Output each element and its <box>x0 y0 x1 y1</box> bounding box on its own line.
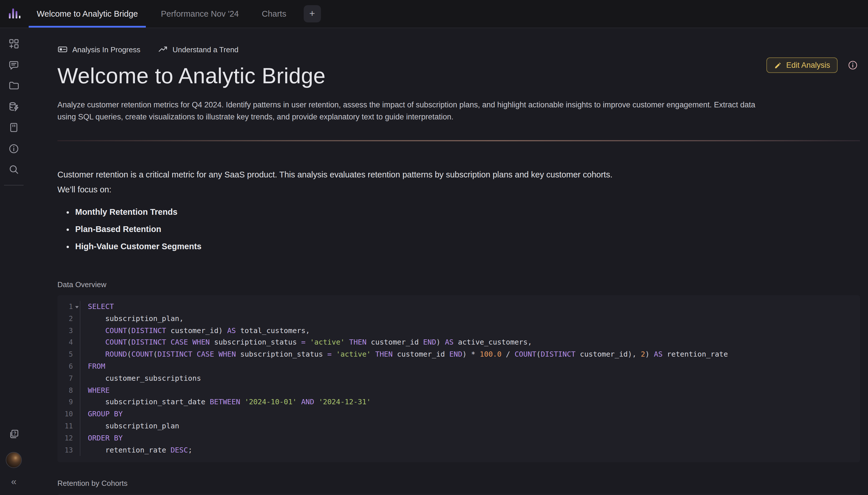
sidebar-item-folder-icon[interactable] <box>5 76 23 95</box>
code-text: WHERE <box>80 385 860 396</box>
edit-analysis-button[interactable]: Edit Analysis <box>767 57 837 73</box>
page-title: Welcome to Analytic Bridge <box>57 63 860 89</box>
intro-text: Customer retention is a critical metric … <box>57 169 860 181</box>
fold-spacer <box>73 385 80 396</box>
focus-lead: We’ll focus on: <box>57 184 860 196</box>
sidebar-divider <box>4 185 23 185</box>
fold-spacer <box>73 373 80 385</box>
fold-spacer <box>73 348 80 361</box>
sidebar-item-info-icon[interactable] <box>5 139 23 158</box>
code-line: 3 COUNT(DISTINCT customer_id) AS total_c… <box>57 325 860 337</box>
search-icon <box>8 164 19 175</box>
code-line: 8WHERE <box>57 385 860 396</box>
fold-spacer <box>73 444 80 456</box>
fold-spacer <box>73 325 80 337</box>
code-text: subscription_plan <box>80 420 860 432</box>
section-divider <box>57 140 860 141</box>
code-text: SELECT <box>80 301 860 313</box>
new-tab-button[interactable]: + <box>303 5 320 22</box>
folder-icon <box>8 80 19 91</box>
fold-spacer <box>73 408 80 420</box>
collapse-sidebar-button[interactable]: « <box>9 474 19 489</box>
tab-bar: Welcome to Analytic BridgePerformance No… <box>29 0 301 28</box>
main-content: Analysis In ProgressUnderstand a Trend E… <box>28 28 868 495</box>
fold-spacer <box>73 396 80 409</box>
fold-spacer <box>73 420 80 432</box>
topbar: Welcome to Analytic BridgePerformance No… <box>0 0 868 28</box>
code-line: 13 retention_rate DESC; <box>57 444 860 456</box>
code-line: 5 ROUND(COUNT(DISTINCT CASE WHEN subscri… <box>57 348 860 361</box>
code-text: FROM <box>80 361 860 373</box>
analysis-description: Analyze customer retention metrics for Q… <box>57 99 775 123</box>
header-actions: Edit Analysis <box>767 57 858 73</box>
tab-welcome-to-analytic-bridge[interactable]: Welcome to Analytic Bridge <box>29 0 146 28</box>
section-label: Retention by Cohorts <box>57 479 860 488</box>
line-number: 13 <box>57 444 73 456</box>
help-icon: ? <box>8 428 19 440</box>
line-number: 7 <box>57 373 73 385</box>
code-text: ROUND(COUNT(DISTINCT CASE WHEN subscript… <box>80 348 860 361</box>
sidebar-item-file-icon[interactable] <box>5 118 23 137</box>
line-number: 5 <box>57 348 73 361</box>
code-text: retention_rate DESC; <box>80 444 860 456</box>
focus-list-item: High-Value Customer Segments <box>75 242 860 251</box>
fold-chevron-icon[interactable] <box>73 301 80 313</box>
code-line: 11 subscription_plan <box>57 420 860 432</box>
code-line: 1SELECT <box>57 301 860 313</box>
line-number: 6 <box>57 361 73 373</box>
file-icon <box>8 122 19 133</box>
status-badge-icon <box>57 44 68 54</box>
sidebar-top-items <box>4 28 23 185</box>
code-line: 2 subscription_plan, <box>57 313 860 325</box>
fold-spacer <box>73 337 80 349</box>
info-icon[interactable] <box>847 60 858 71</box>
code-text: subscription_start_date BETWEEN '2024-10… <box>80 396 860 409</box>
code-line: 12ORDER BY <box>57 432 860 444</box>
sidebar-item-add-widget-icon[interactable] <box>5 34 23 53</box>
line-number: 10 <box>57 408 73 420</box>
add-widget-icon <box>8 38 19 49</box>
code-text: GROUP BY <box>80 408 860 420</box>
info-icon <box>8 143 19 154</box>
code-line: 7 customer_subscriptions <box>57 373 860 385</box>
section-label: Data Overview <box>57 280 860 289</box>
edit-analysis-label: Edit Analysis <box>786 61 830 69</box>
badge-understand-a-trend: Understand a Trend <box>158 44 239 54</box>
query-database-icon <box>8 101 19 112</box>
app-window: Welcome to Analytic BridgePerformance No… <box>0 0 868 495</box>
trend-up-icon <box>158 44 168 54</box>
sidebar-item-search-icon[interactable] <box>5 160 23 178</box>
status-badges: Analysis In ProgressUnderstand a Trend <box>57 44 860 54</box>
line-number: 4 <box>57 337 73 349</box>
tab-performance-nov-24[interactable]: Performance Nov '24 <box>153 0 247 28</box>
code-line: 9 subscription_start_date BETWEEN '2024-… <box>57 396 860 409</box>
focus-list-item: Plan-Based Retention <box>75 225 860 234</box>
line-number: 11 <box>57 420 73 432</box>
fold-spacer <box>73 432 80 444</box>
pencil-icon <box>774 61 782 69</box>
focus-list: Monthly Retention TrendsPlan-Based Reten… <box>57 208 860 251</box>
code-text: customer_subscriptions <box>80 373 860 385</box>
line-number: 8 <box>57 385 73 396</box>
tab-charts[interactable]: Charts <box>254 0 294 28</box>
sidebar-item-query-database-icon[interactable] <box>5 97 23 116</box>
focus-list-item: Monthly Retention Trends <box>75 208 860 217</box>
sidebar-item-help-icon[interactable]: ? <box>5 425 23 443</box>
line-number: 3 <box>57 325 73 337</box>
comment-icon <box>8 59 19 70</box>
avatar[interactable] <box>6 452 22 468</box>
sidebar-item-comment-icon[interactable] <box>5 55 23 74</box>
svg-text:?: ? <box>14 431 16 436</box>
sql-code-block[interactable]: 1SELECT2 subscription_plan,3 COUNT(DISTI… <box>57 295 860 463</box>
code-sections: Data Overview1SELECT2 subscription_plan,… <box>57 280 860 495</box>
sidebar-bottom-items: ? « <box>5 425 23 495</box>
fold-spacer <box>73 361 80 373</box>
badge-analysis-in-progress: Analysis In Progress <box>57 44 140 54</box>
line-number: 1 <box>57 301 73 313</box>
code-text: COUNT(DISTINCT customer_id) AS total_cus… <box>80 325 860 337</box>
code-line: 6FROM <box>57 361 860 373</box>
code-line: 4 COUNT(DISTINCT CASE WHEN subscription_… <box>57 337 860 349</box>
code-text: subscription_plan, <box>80 313 860 325</box>
fold-spacer <box>73 313 80 325</box>
app-logo-icon <box>0 0 29 28</box>
